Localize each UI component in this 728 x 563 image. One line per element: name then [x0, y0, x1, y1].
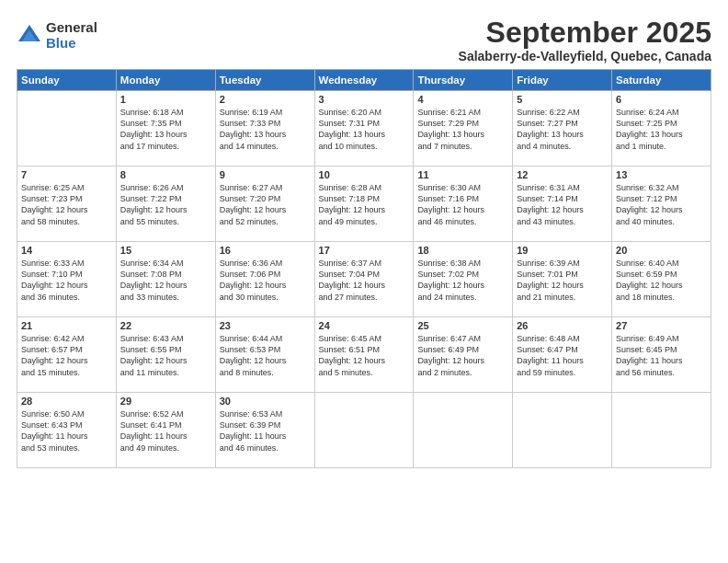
cell-0-1: 1Sunrise: 6:18 AMSunset: 7:35 PMDaylight… [116, 91, 215, 167]
cell-line: Daylight: 13 hours [417, 129, 508, 140]
day-number-3-0: 21 [21, 320, 112, 331]
cell-line: and 2 minutes. [417, 367, 508, 378]
cell-2-3: 17Sunrise: 6:37 AMSunset: 7:04 PMDayligh… [314, 242, 414, 317]
cell-2-1: 15Sunrise: 6:34 AMSunset: 7:08 PMDayligh… [116, 242, 215, 317]
day-number-2-4: 18 [417, 245, 508, 256]
cell-4-1: 29Sunrise: 6:52 AMSunset: 6:41 PMDayligh… [116, 393, 215, 468]
cell-2-0: 14Sunrise: 6:33 AMSunset: 7:10 PMDayligh… [17, 242, 117, 317]
day-number-3-3: 24 [319, 320, 410, 331]
cell-3-1: 22Sunrise: 6:43 AMSunset: 6:55 PMDayligh… [116, 317, 215, 393]
page: General Blue September 2025 Salaberry-de… [0, 0, 728, 563]
day-number-2-6: 20 [616, 245, 707, 256]
cell-line: Daylight: 11 hours [616, 355, 707, 366]
day-number-3-4: 25 [417, 320, 508, 331]
day-number-2-5: 19 [517, 245, 608, 256]
day-number-0-1: 1 [120, 94, 211, 105]
cell-1-4: 11Sunrise: 6:30 AMSunset: 7:16 PMDayligh… [414, 167, 513, 242]
cell-line: Sunrise: 6:48 AM [517, 333, 608, 344]
day-number-4-0: 28 [21, 396, 112, 407]
cell-line: Daylight: 12 hours [220, 204, 311, 215]
cell-line: Sunset: 7:22 PM [120, 193, 211, 204]
cell-line: Sunrise: 6:53 AM [220, 408, 311, 419]
day-number-0-6: 6 [616, 94, 707, 105]
cell-line: Daylight: 12 hours [120, 280, 211, 291]
cell-line: Sunset: 6:57 PM [21, 344, 112, 355]
cell-line: Daylight: 13 hours [517, 129, 608, 140]
cell-1-6: 13Sunrise: 6:32 AMSunset: 7:12 PMDayligh… [612, 167, 711, 242]
cell-0-4: 4Sunrise: 6:21 AMSunset: 7:29 PMDaylight… [414, 91, 513, 167]
logo-blue-text: Blue [46, 36, 97, 52]
cell-line: Sunrise: 6:18 AM [120, 107, 211, 118]
cell-line: Daylight: 12 hours [417, 280, 508, 291]
cell-line: Daylight: 13 hours [120, 129, 211, 140]
day-number-2-1: 15 [120, 245, 211, 256]
day-number-3-5: 26 [517, 320, 608, 331]
cell-line: Sunset: 6:39 PM [220, 419, 311, 431]
cell-line: Sunrise: 6:43 AM [120, 333, 211, 344]
cell-line: and 36 minutes. [21, 292, 112, 303]
cell-line: and 17 minutes. [120, 141, 211, 152]
cell-line: Sunrise: 6:44 AM [220, 333, 311, 344]
cell-line: and 14 minutes. [220, 141, 311, 152]
cell-3-3: 24Sunrise: 6:45 AMSunset: 6:51 PMDayligh… [314, 317, 414, 393]
cell-line: and 46 minutes. [220, 442, 311, 454]
cell-line: Sunset: 7:14 PM [517, 193, 608, 204]
cell-line: Sunset: 7:29 PM [417, 118, 508, 129]
cell-line: Sunrise: 6:32 AM [616, 182, 707, 193]
calendar-body: 1Sunrise: 6:18 AMSunset: 7:35 PMDaylight… [17, 91, 711, 468]
day-number-3-6: 27 [616, 320, 707, 331]
day-number-1-1: 8 [120, 169, 211, 180]
day-number-0-2: 2 [220, 94, 311, 105]
cell-line: Sunset: 7:10 PM [21, 269, 112, 280]
cell-line: and 43 minutes. [517, 216, 608, 227]
cell-line: Sunset: 6:51 PM [319, 344, 410, 355]
cell-line: Daylight: 12 hours [220, 280, 311, 291]
cell-line: Sunrise: 6:26 AM [120, 182, 211, 193]
cell-line: Daylight: 12 hours [319, 355, 410, 366]
cell-0-3: 3Sunrise: 6:20 AMSunset: 7:31 PMDaylight… [314, 91, 414, 167]
week-row-4: 28Sunrise: 6:50 AMSunset: 6:43 PMDayligh… [17, 393, 711, 468]
cell-3-5: 26Sunrise: 6:48 AMSunset: 6:47 PMDayligh… [513, 317, 612, 393]
cell-line: and 18 minutes. [616, 292, 707, 303]
week-row-0: 1Sunrise: 6:18 AMSunset: 7:35 PMDaylight… [17, 91, 711, 167]
cell-line: Sunrise: 6:30 AM [417, 182, 508, 193]
cell-line: Daylight: 13 hours [220, 129, 311, 140]
col-thursday: Thursday [414, 70, 513, 91]
cell-line: Sunrise: 6:19 AM [220, 107, 311, 118]
cell-line: Sunset: 7:31 PM [319, 118, 410, 129]
cell-2-5: 19Sunrise: 6:39 AMSunset: 7:01 PMDayligh… [513, 242, 612, 317]
col-monday: Monday [116, 70, 215, 91]
cell-line: Sunrise: 6:47 AM [417, 333, 508, 344]
cell-line: and 53 minutes. [21, 442, 112, 454]
cell-line: Daylight: 11 hours [220, 431, 311, 442]
cell-line: Sunrise: 6:27 AM [220, 182, 311, 193]
day-number-1-2: 9 [220, 169, 311, 180]
cell-0-5: 5Sunrise: 6:22 AMSunset: 7:27 PMDaylight… [513, 91, 612, 167]
day-number-1-5: 12 [517, 169, 608, 180]
cell-2-6: 20Sunrise: 6:40 AMSunset: 6:59 PMDayligh… [612, 242, 711, 317]
cell-line: Sunset: 6:55 PM [120, 344, 211, 355]
cell-4-0: 28Sunrise: 6:50 AMSunset: 6:43 PMDayligh… [17, 393, 117, 468]
cell-4-4 [414, 393, 513, 468]
cell-line: Sunset: 7:06 PM [220, 269, 311, 280]
cell-line: Sunset: 7:01 PM [517, 269, 608, 280]
cell-line: Sunrise: 6:52 AM [120, 408, 211, 419]
cell-3-0: 21Sunrise: 6:42 AMSunset: 6:57 PMDayligh… [17, 317, 117, 393]
cell-line: Sunrise: 6:49 AM [616, 333, 707, 344]
logo-icon [17, 23, 42, 49]
day-number-2-0: 14 [21, 245, 112, 256]
logo: General Blue [17, 20, 97, 51]
cell-1-0: 7Sunrise: 6:25 AMSunset: 7:23 PMDaylight… [17, 167, 117, 242]
cell-line: Sunset: 7:12 PM [616, 193, 707, 204]
day-number-3-2: 23 [220, 320, 311, 331]
col-friday: Friday [513, 70, 612, 91]
cell-line: Daylight: 13 hours [616, 129, 707, 140]
day-number-2-3: 17 [319, 245, 410, 256]
logo-general-text: General [46, 20, 97, 36]
cell-line: Sunrise: 6:36 AM [220, 258, 311, 269]
day-number-0-4: 4 [417, 94, 508, 105]
cell-line: and 15 minutes. [21, 367, 112, 378]
cell-0-2: 2Sunrise: 6:19 AMSunset: 7:33 PMDaylight… [215, 91, 314, 167]
cell-line: Sunset: 6:43 PM [21, 419, 112, 431]
cell-line: and 52 minutes. [220, 216, 311, 227]
